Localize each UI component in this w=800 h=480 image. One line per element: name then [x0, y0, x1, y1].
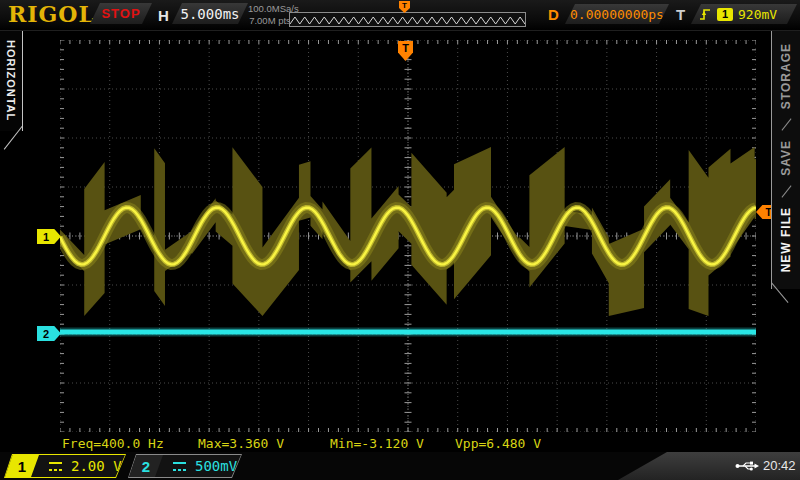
channel2-scale: 500mV	[195, 458, 237, 474]
status-panel: 20:42	[610, 452, 800, 480]
tab-save[interactable]: SAVE	[779, 140, 793, 176]
timebase-panel: 5.000ms	[172, 3, 248, 24]
channel1-badge: 1	[5, 455, 39, 477]
measurement-min: Min=-3.120 V	[330, 436, 424, 451]
run-state-label: STOP	[101, 6, 140, 21]
waveform-display-area	[60, 40, 756, 432]
channel1-scale: 2.00 V	[71, 458, 122, 474]
memory-depth: 7.00M pts	[248, 15, 292, 27]
dc-coupling-icon	[49, 462, 62, 471]
preview-waveform	[290, 14, 525, 27]
clock: 20:42	[763, 458, 796, 473]
bottom-status-bar: 1 2.00 V 2 500mV 20:42	[0, 452, 800, 480]
channel2-control[interactable]: 2 500mV	[128, 454, 242, 478]
channel2-badge: 2	[129, 455, 163, 477]
measurement-vpp: Vpp=6.480 V	[455, 436, 541, 451]
oscilloscope-screen: RIGOL STOP H 5.000ms 100.0MSa/s 7.00M pt…	[0, 0, 800, 480]
measurement-freq: Freq=400.0 Hz	[62, 436, 164, 451]
trigger-info-panel: 1 920mV	[691, 4, 797, 24]
delay-prefix-label: D	[548, 6, 559, 23]
usb-icon	[735, 460, 759, 472]
tab-separator	[781, 185, 791, 197]
memory-preview-strip	[289, 12, 526, 27]
timebase-value: 5.000ms	[180, 6, 239, 22]
brand-logo: RIGOL	[8, 1, 95, 27]
acquisition-info: 100.0MSa/s 7.00M pts	[248, 3, 292, 27]
top-status-bar: RIGOL STOP H 5.000ms 100.0MSa/s 7.00M pt…	[0, 0, 800, 31]
ch1-offset-marker[interactable]: 1	[37, 229, 61, 244]
horizontal-prefix-label: H	[158, 7, 169, 24]
delay-value: 0.00000000ps	[570, 7, 664, 22]
run-state-panel: STOP	[90, 3, 152, 24]
sample-rate: 100.0MSa/s	[248, 3, 292, 15]
horizontal-menu-tab[interactable]: HORIZONTAL	[0, 31, 23, 131]
horizontal-menu-label: HORIZONTAL	[5, 40, 17, 121]
tab-separator	[781, 118, 791, 130]
scope-canvas	[60, 40, 756, 432]
ch2-offset-marker[interactable]: 2	[37, 326, 61, 341]
trigger-level-value: 920mV	[738, 7, 777, 22]
dc-coupling-icon	[173, 462, 186, 471]
right-menu-tabs: STORAGE SAVE NEW FILE	[771, 31, 800, 289]
delay-panel: 0.00000000ps	[565, 4, 669, 24]
channel1-control[interactable]: 1 2.00 V	[4, 454, 126, 478]
trigger-prefix-label: T	[676, 6, 685, 23]
trigger-source-badge: 1	[717, 8, 733, 21]
tab-storage[interactable]: STORAGE	[779, 43, 793, 109]
edge-trigger-icon	[699, 7, 711, 21]
measurement-max: Max=3.360 V	[198, 436, 284, 451]
tab-new-file[interactable]: NEW FILE	[779, 207, 793, 272]
